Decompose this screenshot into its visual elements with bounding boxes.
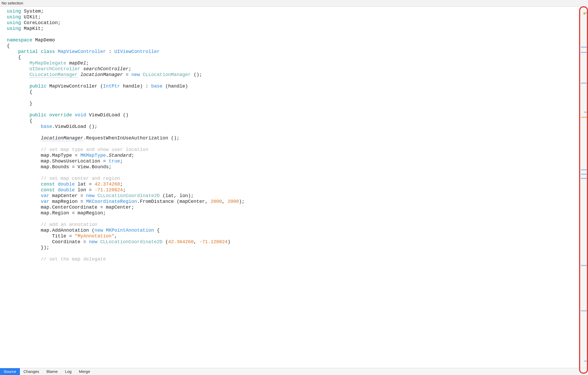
tab-merge[interactable]: Merge (75, 368, 94, 375)
breadcrumb-title: No selection (2, 1, 23, 5)
bottom-tab-strip: SourceChangesBlameLogMerge (0, 368, 588, 375)
tab-changes[interactable]: Changes (20, 368, 43, 375)
minimap-mark (584, 112, 587, 113)
tab-source[interactable]: Source (0, 368, 20, 375)
minimap-mark (581, 117, 587, 118)
minimap-mark (581, 265, 587, 266)
tab-log[interactable]: Log (61, 368, 75, 375)
minimap-mark (581, 178, 587, 179)
code-editor[interactable]: using System; using UIKit; using CoreLoc… (0, 7, 580, 368)
minimap-mark (581, 83, 587, 84)
minimap-mark (581, 52, 587, 53)
minimap-mark (584, 12, 587, 13)
scrollbar-minimap[interactable] (580, 7, 588, 368)
tab-blame[interactable]: Blame (43, 368, 62, 375)
minimap-mark (581, 47, 587, 48)
minimap-mark (581, 310, 587, 311)
minimap-mark (581, 174, 587, 175)
breadcrumb-bar: No selection (0, 0, 588, 7)
minimap-mark (584, 361, 587, 362)
minimap-mark (581, 169, 587, 170)
